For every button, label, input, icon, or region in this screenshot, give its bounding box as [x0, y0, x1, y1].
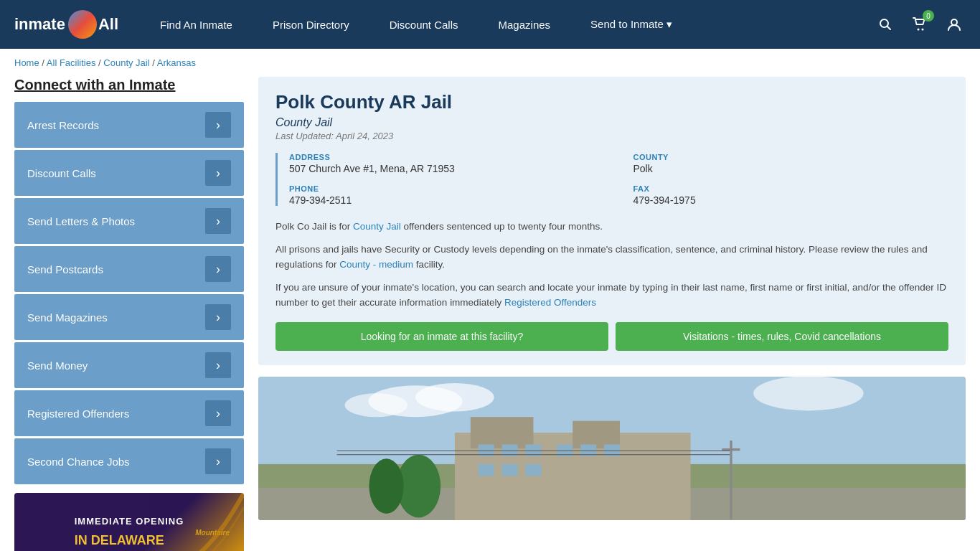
sidebar-item-label: Send Magazines [27, 311, 108, 324]
svg-point-4 [951, 19, 957, 25]
address-group: ADDRESS 507 Church Ave #1, Mena, AR 7195… [289, 153, 605, 174]
phone-value: 479-394-2511 [289, 194, 605, 206]
breadcrumb-arkansas[interactable]: Arkansas [157, 57, 196, 68]
arrow-icon: › [205, 208, 231, 234]
sidebar-item-send-magazines[interactable]: Send Magazines › [14, 294, 244, 340]
fax-label: FAX [633, 184, 949, 193]
svg-rect-18 [479, 464, 494, 476]
phone-label: PHONE [289, 184, 605, 193]
arrow-icon: › [205, 112, 231, 138]
nav-find-inmate[interactable]: Find An Inmate [140, 0, 253, 49]
county-label: COUNTY [633, 153, 949, 161]
nav-prison-directory[interactable]: Prison Directory [253, 0, 369, 49]
facility-type: County Jail [275, 116, 948, 129]
action-buttons: Looking for an inmate at this facility? … [275, 322, 948, 351]
county-medium-link[interactable]: County - medium [339, 259, 413, 270]
svg-rect-13 [471, 417, 534, 448]
address-value: 507 Church Ave #1, Mena, AR 71953 [289, 163, 605, 174]
connect-title: Connect with an Inmate [14, 77, 244, 93]
svg-point-8 [345, 393, 408, 417]
svg-rect-19 [502, 464, 518, 476]
sidebar-item-discount-calls[interactable]: Discount Calls › [14, 150, 244, 196]
svg-point-3 [922, 29, 924, 31]
breadcrumb: Home / All Facilities / County Jail / Ar… [0, 49, 980, 77]
sidebar-item-label: Registered Offenders [27, 408, 129, 420]
arrow-icon: › [205, 160, 231, 186]
sidebar-menu: Arrest Records › Discount Calls › Send L… [14, 102, 244, 484]
sidebar-item-send-money[interactable]: Send Money › [14, 342, 244, 388]
svg-point-7 [415, 383, 494, 411]
phone-group: PHONE 479-394-2511 [289, 184, 605, 206]
sidebar-item-send-letters[interactable]: Send Letters & Photos › [14, 198, 244, 244]
logo-suffix: All [98, 15, 118, 34]
arrow-icon: › [205, 400, 231, 426]
facility-photo [258, 377, 966, 520]
address-label: ADDRESS [289, 153, 605, 161]
ad-banner[interactable]: IMMEDIATE OPENING IN DELAWARE Mountaire [14, 493, 244, 551]
svg-line-1 [887, 27, 891, 30]
search-button[interactable] [874, 13, 897, 36]
sidebar-item-label: Discount Calls [27, 167, 96, 179]
svg-rect-20 [525, 464, 541, 476]
sidebar-item-label: Send Money [27, 359, 88, 372]
fax-value: 479-394-1975 [633, 194, 949, 206]
fax-group: FAX 479-394-1975 [633, 184, 949, 206]
sidebar-item-label: Send Letters & Photos [27, 215, 135, 227]
description-2: All prisons and jails have Security or C… [275, 242, 948, 273]
main-nav: Find An Inmate Prison Directory Discount… [140, 0, 874, 49]
breadcrumb-county-jail[interactable]: County Jail [103, 57, 149, 68]
registered-offenders-link[interactable]: Registered Offenders [504, 297, 596, 308]
arrow-icon: › [205, 352, 231, 378]
breadcrumb-home[interactable]: Home [14, 57, 39, 68]
county-jail-link[interactable]: County Jail [353, 221, 401, 232]
nav-magazines[interactable]: Magazines [479, 0, 571, 49]
description-3: If you are unsure of your inmate's locat… [275, 280, 948, 311]
sidebar-item-second-chance-jobs[interactable]: Second Chance Jobs › [14, 438, 244, 484]
user-button[interactable] [943, 13, 966, 36]
arrow-icon: › [205, 448, 231, 474]
main-container: Connect with an Inmate Arrest Records › … [0, 77, 980, 551]
logo-icon [68, 10, 97, 39]
header: inmate All Find An Inmate Prison Directo… [0, 0, 980, 49]
svg-rect-28 [730, 441, 732, 519]
county-value: Polk [633, 163, 949, 174]
svg-rect-14 [573, 421, 620, 448]
visitations-button[interactable]: Visitations - times, rules, Covid cancel… [616, 322, 948, 351]
county-group: COUNTY Polk [633, 153, 949, 174]
nav-discount-calls[interactable]: Discount Calls [369, 0, 479, 49]
sidebar-item-label: Second Chance Jobs [27, 456, 130, 468]
content: Polk County AR Jail County Jail Last Upd… [258, 77, 966, 551]
facility-card: Polk County AR Jail County Jail Last Upd… [258, 77, 966, 365]
cart-button[interactable]: 0 [908, 13, 931, 36]
svg-point-27 [369, 458, 403, 514]
sidebar-item-send-postcards[interactable]: Send Postcards › [14, 246, 244, 292]
facility-title: Polk County AR Jail [275, 91, 948, 113]
sidebar-item-arrest-records[interactable]: Arrest Records › [14, 102, 244, 148]
find-inmate-button[interactable]: Looking for an inmate at this facility? [275, 322, 608, 351]
breadcrumb-all-facilities[interactable]: All Facilities [47, 57, 96, 68]
logo[interactable]: inmate All [14, 10, 118, 39]
header-icons: 0 [874, 13, 966, 36]
facility-updated: Last Updated: April 24, 2023 [275, 131, 948, 141]
sidebar-item-label: Send Postcards [27, 263, 103, 276]
svg-point-2 [918, 29, 920, 31]
arrow-icon: › [205, 304, 231, 330]
sidebar-item-label: Arrest Records [27, 119, 99, 131]
description-1: Polk Co Jail is for County Jail offender… [275, 219, 948, 235]
cart-badge: 0 [923, 10, 934, 22]
nav-send-to-inmate[interactable]: Send to Inmate ▾ [570, 0, 692, 49]
facility-info-grid: ADDRESS 507 Church Ave #1, Mena, AR 7195… [275, 153, 948, 206]
svg-point-9 [753, 377, 863, 410]
sidebar-item-registered-offenders[interactable]: Registered Offenders › [14, 390, 244, 436]
photo-placeholder [258, 377, 966, 520]
sidebar: Connect with an Inmate Arrest Records › … [14, 77, 244, 551]
arrow-icon: › [205, 256, 231, 282]
logo-text: inmate [14, 15, 65, 34]
